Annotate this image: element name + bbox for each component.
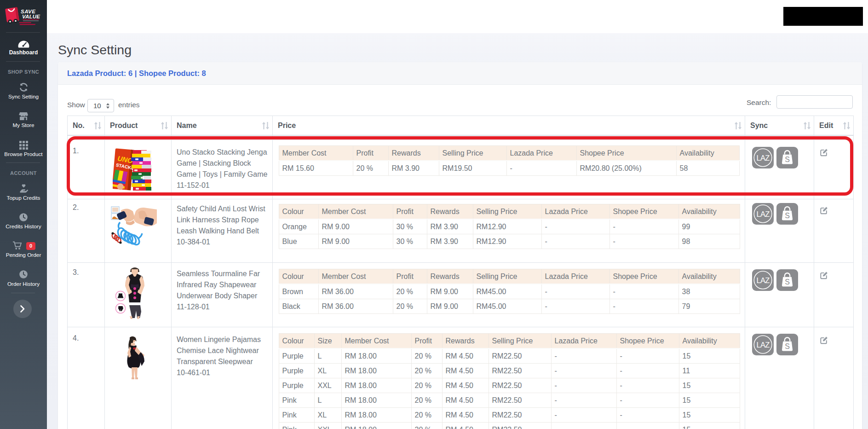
svg-text:S: S <box>785 212 790 220</box>
svg-text:S: S <box>785 278 790 286</box>
svg-text:LAZ: LAZ <box>757 276 770 284</box>
svg-text:LAZ: LAZ <box>757 340 770 348</box>
svg-text:LAZ: LAZ <box>757 209 770 218</box>
svg-text:S: S <box>785 342 790 350</box>
svg-text:VALUE: VALUE <box>22 14 40 19</box>
